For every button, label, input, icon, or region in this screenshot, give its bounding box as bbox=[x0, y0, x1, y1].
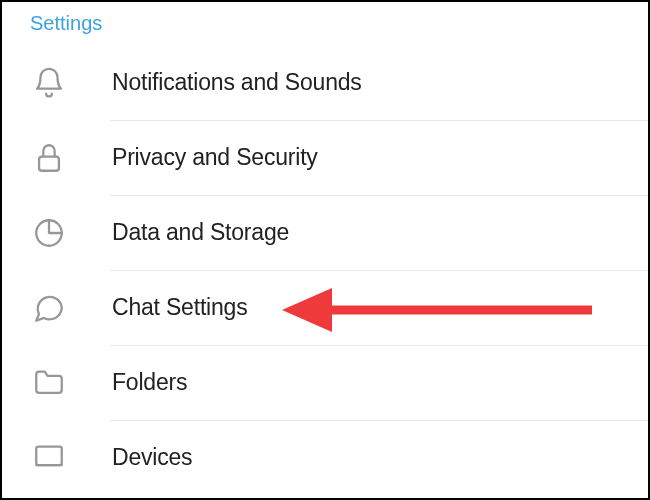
settings-item-devices[interactable]: Devices bbox=[2, 420, 648, 495]
settings-item-notifications[interactable]: Notifications and Sounds bbox=[2, 45, 648, 120]
settings-item-label: Data and Storage bbox=[112, 219, 289, 246]
lock-icon bbox=[32, 141, 112, 175]
settings-item-label: Devices bbox=[112, 444, 192, 471]
settings-item-chat-settings[interactable]: Chat Settings bbox=[2, 270, 648, 345]
folder-icon bbox=[32, 366, 112, 400]
bell-icon bbox=[32, 66, 112, 100]
section-header-settings: Settings bbox=[2, 2, 648, 45]
settings-item-label: Privacy and Security bbox=[112, 144, 318, 171]
settings-item-privacy[interactable]: Privacy and Security bbox=[2, 120, 648, 195]
settings-item-label: Chat Settings bbox=[112, 294, 247, 321]
settings-item-label: Notifications and Sounds bbox=[112, 69, 362, 96]
chat-icon bbox=[32, 291, 112, 325]
settings-list: Notifications and Sounds Privacy and Sec… bbox=[2, 45, 648, 495]
settings-item-folders[interactable]: Folders bbox=[2, 345, 648, 420]
pie-icon bbox=[32, 216, 112, 250]
settings-item-data-storage[interactable]: Data and Storage bbox=[2, 195, 648, 270]
svg-rect-0 bbox=[39, 156, 59, 170]
settings-item-label: Folders bbox=[112, 369, 187, 396]
svg-rect-2 bbox=[36, 446, 62, 464]
device-icon bbox=[32, 441, 112, 475]
